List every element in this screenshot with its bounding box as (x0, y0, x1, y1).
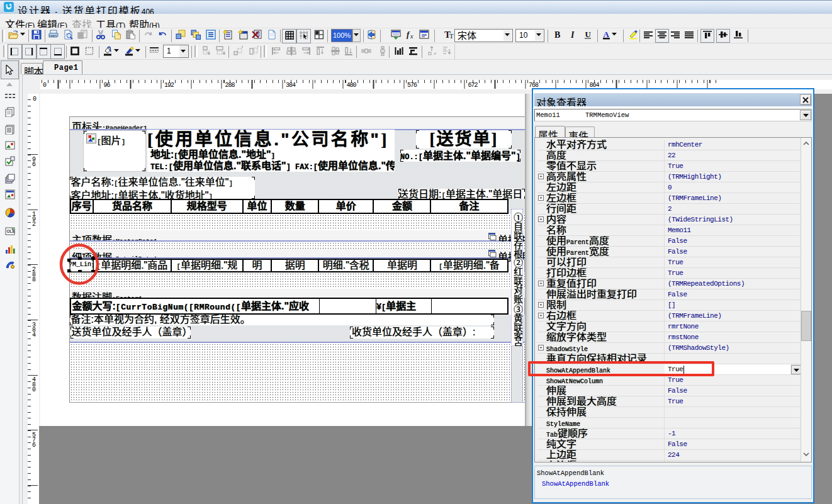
svg-text:I: I (570, 30, 575, 40)
svg-text:T: T (449, 33, 454, 40)
svg-text:B: B (554, 30, 560, 40)
svg-text:x: x (410, 33, 413, 40)
svg-text:U: U (585, 30, 592, 39)
svg-text:OLE: OLE (7, 229, 16, 233)
svg-text:A: A (604, 30, 610, 39)
